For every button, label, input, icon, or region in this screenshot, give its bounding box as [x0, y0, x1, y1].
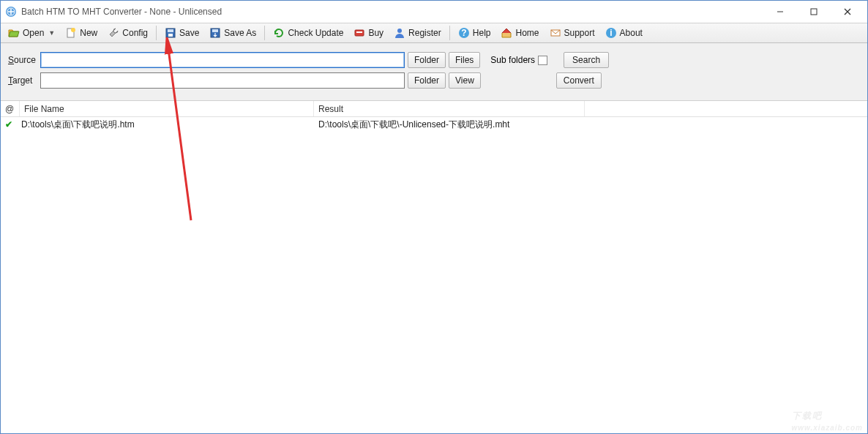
register-label: Register — [408, 28, 441, 38]
minimize-button[interactable] — [763, 1, 797, 23]
folder-open-icon — [8, 27, 20, 39]
user-icon — [394, 27, 405, 39]
source-folder-button[interactable]: Folder — [408, 52, 446, 68]
table-row[interactable]: ✔ D:\tools\桌面\下载吧说明.htm D:\tools\桌面\下载吧\… — [1, 117, 867, 132]
svg-rect-3 — [811, 9, 817, 15]
support-button[interactable]: Support — [545, 25, 599, 41]
check-label: Check Update — [288, 28, 343, 38]
svg-rect-10 — [168, 34, 173, 37]
floppy-arrow-icon — [209, 27, 221, 39]
svg-point-7 — [71, 28, 75, 32]
svg-rect-9 — [168, 29, 173, 32]
separator — [449, 26, 450, 40]
form-panel: SSourceource Folder Files Sub folders Se… — [1, 43, 867, 101]
svg-rect-12 — [212, 29, 218, 32]
col-status[interactable]: @ — [1, 101, 20, 116]
wrench-icon — [108, 27, 119, 39]
about-label: About — [620, 28, 643, 38]
save-button[interactable]: Save — [160, 25, 203, 41]
home-icon — [501, 27, 512, 39]
watermark: 下载吧 www.xiazaib.com — [792, 400, 863, 432]
title-bar: Batch HTM TO MHT Converter - None - Unli… — [1, 1, 867, 23]
search-button[interactable]: Search — [564, 52, 609, 68]
window-controls — [763, 1, 864, 23]
cell-filename: D:\tools\桌面\下载吧说明.htm — [17, 119, 314, 131]
save-label: Save — [179, 28, 199, 38]
svg-text:i: i — [610, 28, 612, 38]
cart-icon — [353, 27, 365, 39]
help-icon: ? — [458, 27, 470, 39]
refresh-icon — [273, 27, 285, 39]
separator — [264, 26, 265, 40]
buy-label: Buy — [368, 28, 384, 38]
target-folder-button[interactable]: Folder — [408, 72, 446, 89]
new-button[interactable]: New — [61, 25, 102, 41]
separator — [156, 26, 157, 40]
target-label: TTargetarget — [8, 75, 40, 86]
grid-header: @ File Name Result — [1, 101, 867, 117]
config-label: Config — [122, 28, 148, 38]
info-icon: i — [605, 27, 617, 39]
close-button[interactable] — [831, 1, 864, 23]
source-label: SSourceource — [8, 55, 40, 65]
help-label: Help — [473, 28, 491, 38]
source-input[interactable] — [40, 52, 405, 68]
saveas-label: Save As — [224, 28, 256, 38]
document-new-icon — [65, 27, 77, 39]
col-spacer — [585, 101, 867, 116]
convert-button[interactable]: Convert — [556, 72, 602, 89]
svg-text:?: ? — [461, 28, 466, 38]
target-view-button[interactable]: View — [449, 72, 481, 89]
support-label: Support — [564, 28, 595, 38]
svg-point-15 — [397, 29, 402, 33]
status-check-icon: ✔ — [1, 119, 17, 130]
subfolders-label: Sub folders — [490, 55, 535, 65]
col-filename[interactable]: File Name — [20, 101, 314, 116]
floppy-icon — [165, 27, 176, 39]
home-label: Home — [515, 28, 539, 38]
source-files-button[interactable]: Files — [449, 52, 480, 68]
subfolders-checkbox[interactable] — [538, 56, 547, 65]
svg-rect-14 — [356, 31, 362, 33]
dropdown-icon[interactable]: ▼ — [47, 29, 55, 37]
about-button[interactable]: i About — [601, 25, 647, 41]
open-label: Open — [23, 28, 44, 38]
cell-result: D:\tools\桌面\下载吧\-Unlicensed-下载吧说明.mht — [314, 119, 514, 131]
window-title: Batch HTM TO MHT Converter - None - Unli… — [21, 7, 763, 17]
help-button[interactable]: ? Help — [454, 25, 495, 41]
register-button[interactable]: Register — [389, 25, 446, 41]
open-button[interactable]: Open ▼ — [4, 25, 59, 41]
app-icon — [5, 6, 17, 18]
home-button[interactable]: Home — [496, 25, 543, 41]
col-result[interactable]: Result — [314, 101, 585, 116]
config-button[interactable]: Config — [103, 25, 152, 41]
mail-icon — [550, 27, 561, 39]
check-update-button[interactable]: Check Update — [269, 25, 348, 41]
saveas-button[interactable]: Save As — [205, 25, 261, 41]
new-label: New — [80, 28, 97, 38]
buy-button[interactable]: Buy — [349, 25, 388, 41]
target-input[interactable] — [40, 72, 405, 89]
toolbar: Open ▼ New Config Save Save As Check Upd… — [1, 23, 867, 43]
maximize-button[interactable] — [797, 1, 831, 23]
